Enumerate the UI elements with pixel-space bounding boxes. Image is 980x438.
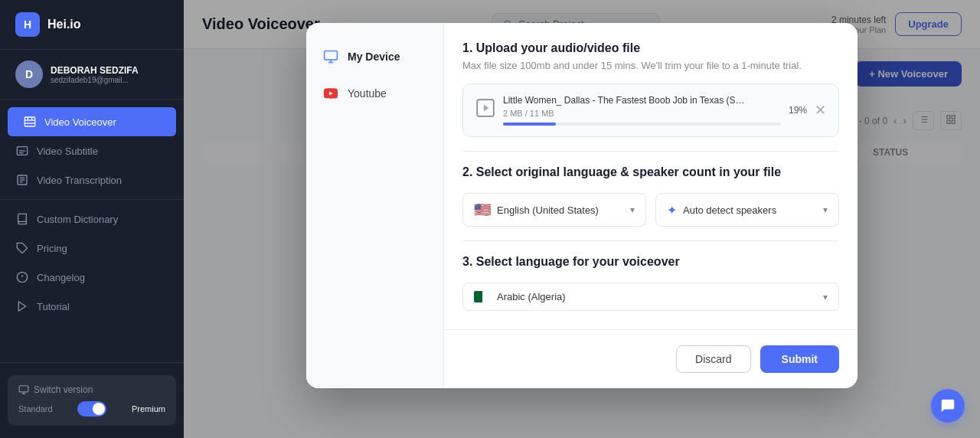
book-icon	[15, 212, 29, 226]
file-remove-button[interactable]: ✕	[815, 102, 826, 119]
speaker-label: Auto detect speakers	[683, 204, 776, 216]
sidebar-item-label: Pricing	[37, 243, 67, 254]
standard-label: Standard	[18, 404, 53, 413]
sidebar-item-changelog[interactable]: Changelog	[0, 263, 184, 292]
progress-bar	[503, 123, 781, 126]
voiceover-language-select[interactable]: Arabic (Algeria) ▾	[462, 283, 839, 311]
svg-marker-36	[484, 105, 489, 112]
file-upload-box: Little Women_ Dallas - The Fastest Boob …	[462, 83, 839, 137]
sidebar-nav: Video Voiceover Video Subtitle Video Tra…	[0, 100, 184, 362]
discard-button[interactable]: Discard	[676, 345, 750, 373]
us-flag: 🇺🇸	[474, 201, 491, 218]
language-chevron-icon: ▾	[630, 204, 635, 215]
sidebar-item-video-voiceover[interactable]: Video Voiceover	[8, 107, 176, 136]
transcription-icon	[15, 173, 29, 187]
svg-marker-16	[18, 302, 25, 311]
file-size: 2 MB / 11 MB	[503, 109, 554, 118]
version-toggle-row: Standard Premium	[18, 401, 165, 417]
sidebar: H Hei.io D DEBORAH SEDZIFA sedzifadeb19@…	[0, 0, 184, 438]
switch-version-label: Switch version	[18, 384, 165, 395]
modal-sidebar: My Device Youtube	[306, 23, 444, 388]
logo-icon: H	[15, 12, 40, 37]
step2-title: 2. Select original language & speaker co…	[462, 165, 839, 179]
subtitle-icon	[15, 144, 29, 158]
svg-rect-17	[19, 386, 28, 392]
sidebar-item-custom-dictionary[interactable]: Custom Dictionary	[0, 204, 184, 234]
upload-modal: My Device Youtube 1. Upload your audio/v…	[306, 23, 858, 388]
speaker-select[interactable]: ✦ Auto detect speakers ▾	[655, 193, 839, 227]
modal-content: 1. Upload your audio/video file Max file…	[444, 23, 858, 329]
chat-icon	[939, 397, 956, 414]
step3-section: 3. Select language for your voiceover Ar…	[462, 255, 839, 311]
language-select[interactable]: 🇺🇸 English (United States) ▾	[462, 193, 646, 227]
voiceover-lang-chevron-icon: ▾	[823, 292, 828, 302]
progress-pct: 19%	[789, 105, 807, 116]
step1-title: 1. Upload your audio/video file	[462, 41, 839, 55]
tab-youtube-label: Youtube	[348, 87, 387, 100]
toggle-thumb	[93, 403, 105, 415]
sparkle-icon: ✦	[667, 203, 677, 217]
switch-version-box: Switch version Standard Premium	[8, 375, 176, 426]
tab-my-device[interactable]: My Device	[306, 38, 443, 75]
step1-section: 1. Upload your audio/video file Max file…	[462, 41, 839, 137]
sidebar-logo: H Hei.io	[0, 0, 184, 50]
user-email: sedzifadeb19@gmail...	[51, 76, 139, 84]
sidebar-footer: Switch version Standard Premium	[0, 362, 184, 438]
language-label: English (United States)	[497, 204, 599, 216]
progress-fill	[503, 123, 556, 126]
step2-section: 2. Select original language & speaker co…	[462, 165, 839, 227]
changelog-icon	[15, 270, 29, 284]
tutorial-icon	[15, 299, 29, 313]
sidebar-item-label: Changelog	[37, 272, 85, 283]
avatar: D	[15, 60, 43, 88]
app-name: Hei.io	[47, 18, 81, 31]
sidebar-item-label: Video Voiceover	[44, 116, 116, 128]
sidebar-item-video-subtitle[interactable]: Video Subtitle	[0, 136, 184, 165]
main-content: Video Voiceover 2 minutes left Your Plan…	[184, 0, 980, 438]
sidebar-item-video-transcription[interactable]: Video Transcription	[0, 165, 184, 194]
modal-overlay: My Device Youtube 1. Upload your audio/v…	[184, 0, 980, 438]
sidebar-item-label: Tutorial	[37, 301, 70, 312]
youtube-icon	[322, 84, 340, 103]
modal-footer: Discard Submit	[444, 329, 858, 388]
voiceover-language-label: Arabic (Algeria)	[497, 291, 566, 302]
sidebar-item-label: Video Transcription	[37, 175, 122, 186]
tab-youtube[interactable]: Youtube	[306, 75, 443, 112]
sidebar-item-label: Video Subtitle	[37, 145, 98, 157]
svg-rect-0	[24, 117, 34, 126]
tag-icon	[15, 241, 29, 255]
step1-desc: Max file size 100mb and under 15 mins. W…	[462, 60, 839, 71]
algeria-flag	[474, 291, 491, 302]
file-row: Little Women_ Dallas - The Fastest Boob …	[475, 95, 826, 126]
user-name: DEBORAH SEDZIFA	[51, 65, 139, 76]
svg-rect-31	[325, 51, 338, 60]
tab-my-device-label: My Device	[348, 51, 400, 63]
sidebar-item-label: Custom Dictionary	[37, 214, 118, 225]
film-icon	[23, 115, 37, 129]
sidebar-user: D DEBORAH SEDZIFA sedzifadeb19@gmail...	[0, 50, 184, 100]
speaker-chevron-icon: ▾	[823, 204, 828, 215]
select-row: 🇺🇸 English (United States) ▾ ✦ Auto dete…	[462, 193, 839, 227]
file-info: Little Women_ Dallas - The Fastest Boob …	[503, 95, 781, 126]
modal-body: 1. Upload your audio/video file Max file…	[444, 23, 858, 388]
premium-label: Premium	[132, 404, 165, 413]
sidebar-item-pricing[interactable]: Pricing	[0, 234, 184, 263]
version-toggle[interactable]	[77, 401, 106, 417]
chat-bubble[interactable]	[931, 389, 965, 423]
step3-title: 3. Select language for your voiceover	[462, 255, 839, 269]
file-name: Little Women_ Dallas - The Fastest Boob …	[503, 95, 748, 106]
monitor-icon	[322, 47, 340, 66]
submit-button[interactable]: Submit	[760, 345, 839, 373]
sidebar-item-tutorial[interactable]: Tutorial	[0, 292, 184, 321]
user-info: DEBORAH SEDZIFA sedzifadeb19@gmail...	[51, 65, 139, 84]
file-video-icon	[475, 98, 495, 123]
